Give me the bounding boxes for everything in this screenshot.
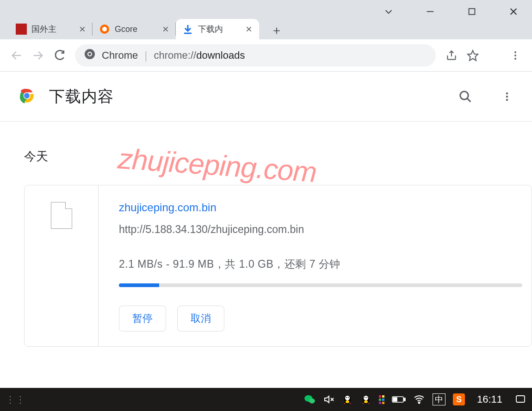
cancel-button[interactable]: 取消 <box>177 306 224 331</box>
svg-point-45 <box>365 397 365 398</box>
tab-close-icon[interactable] <box>79 25 86 33</box>
svg-point-31 <box>506 98 508 100</box>
search-icon[interactable] <box>457 88 474 105</box>
chrome-logo-icon <box>17 86 37 108</box>
taskbar-grip-icon: ⋮⋮ <box>6 394 26 405</box>
svg-point-41 <box>348 397 349 398</box>
svg-point-23 <box>514 58 516 60</box>
qq-tray-icon[interactable] <box>342 393 353 405</box>
svg-point-46 <box>366 397 367 398</box>
tab-title: Gcore <box>115 25 157 34</box>
site-label: Chrome <box>102 49 138 61</box>
svg-point-39 <box>346 400 349 403</box>
svg-rect-51 <box>516 396 525 402</box>
ime-indicator[interactable]: 中 <box>433 393 445 405</box>
svg-marker-34 <box>325 396 329 403</box>
tab-close-icon[interactable] <box>245 25 253 33</box>
svg-rect-1 <box>469 9 475 15</box>
windows-taskbar[interactable]: ⋮⋮ 中 S 16:11 <box>0 388 532 411</box>
progress-fill <box>119 283 159 287</box>
tab-0[interactable]: 国外主 <box>9 19 93 39</box>
svg-point-33 <box>309 399 315 404</box>
taskbar-clock[interactable]: 16:11 <box>477 393 502 405</box>
forward-button[interactable] <box>29 46 47 65</box>
download-filename[interactable]: zhujiceping.com.bin <box>119 201 522 214</box>
url-text: chrome://downloads <box>154 49 245 61</box>
tab-title: 国外主 <box>31 24 74 35</box>
svg-point-40 <box>346 397 347 398</box>
download-icon <box>182 24 193 35</box>
download-card: zhujiceping.com.bin http://5.188.34.130/… <box>24 185 532 347</box>
colors-tray-icon[interactable] <box>379 395 384 404</box>
svg-marker-20 <box>468 50 478 61</box>
wechat-tray-icon[interactable] <box>304 393 316 405</box>
downloads-content: zhujiceping.com 今天 zhujiceping.com.bin h… <box>0 148 532 347</box>
volume-mute-icon[interactable] <box>323 394 334 405</box>
downloads-header: 下载内容 <box>0 72 532 122</box>
svg-rect-48 <box>404 398 405 401</box>
svg-point-18 <box>88 53 91 55</box>
svg-point-21 <box>514 51 516 53</box>
svg-point-7 <box>102 27 107 31</box>
tab-close-icon[interactable] <box>162 25 169 33</box>
svg-point-50 <box>418 402 420 404</box>
download-url: http://5.188.34.130/zhujiceping.com.bin <box>119 223 522 236</box>
chrome-icon <box>84 49 95 62</box>
address-bar[interactable]: Chrome | chrome://downloads <box>75 44 436 67</box>
download-status: 2.1 MB/s - 91.9 MB，共 1.0 GB，还剩 7 分钟 <box>119 257 522 271</box>
notification-icon[interactable] <box>514 394 526 405</box>
maximize-button[interactable] <box>463 2 481 21</box>
reload-button[interactable] <box>50 46 68 65</box>
download-file-icon <box>25 185 99 346</box>
tab-strip: 国外主 Gcore 下载内 ＋ <box>0 21 532 39</box>
pause-button[interactable]: 暂停 <box>119 306 166 331</box>
svg-point-30 <box>506 95 508 97</box>
tab-title: 下载内 <box>198 24 241 35</box>
favicon-site-a <box>16 24 27 35</box>
close-window-button[interactable] <box>504 2 523 21</box>
wifi-icon[interactable] <box>413 394 425 405</box>
svg-point-29 <box>506 92 508 94</box>
browser-menu-icon[interactable] <box>506 46 525 65</box>
minimize-button[interactable] <box>421 2 439 21</box>
new-tab-button[interactable]: ＋ <box>267 21 286 39</box>
caption-dropdown-icon[interactable] <box>379 2 398 21</box>
sogou-ime-icon[interactable]: S <box>453 393 465 405</box>
share-icon[interactable] <box>442 46 461 65</box>
svg-point-44 <box>364 400 368 403</box>
page-menu-icon[interactable] <box>499 88 515 105</box>
tab-2-active[interactable]: 下载内 <box>176 19 259 39</box>
svg-rect-49 <box>393 398 397 401</box>
svg-point-38 <box>345 396 350 400</box>
download-progress-bar <box>119 283 522 287</box>
back-button[interactable] <box>7 46 26 65</box>
favicon-gcore <box>99 24 110 35</box>
date-section-label: 今天 <box>24 148 532 165</box>
qq-tray-icon-2[interactable] <box>360 393 371 405</box>
svg-point-26 <box>24 93 30 98</box>
svg-point-22 <box>514 55 516 56</box>
tab-1[interactable]: Gcore <box>93 19 176 39</box>
file-icon <box>51 202 72 229</box>
svg-line-28 <box>467 98 471 102</box>
page-title: 下载内容 <box>49 86 445 107</box>
bookmark-star-icon[interactable] <box>464 46 482 65</box>
browser-toolbar: Chrome | chrome://downloads <box>0 39 532 72</box>
svg-point-43 <box>364 396 368 400</box>
svg-point-27 <box>460 91 469 99</box>
battery-icon[interactable] <box>392 395 406 404</box>
